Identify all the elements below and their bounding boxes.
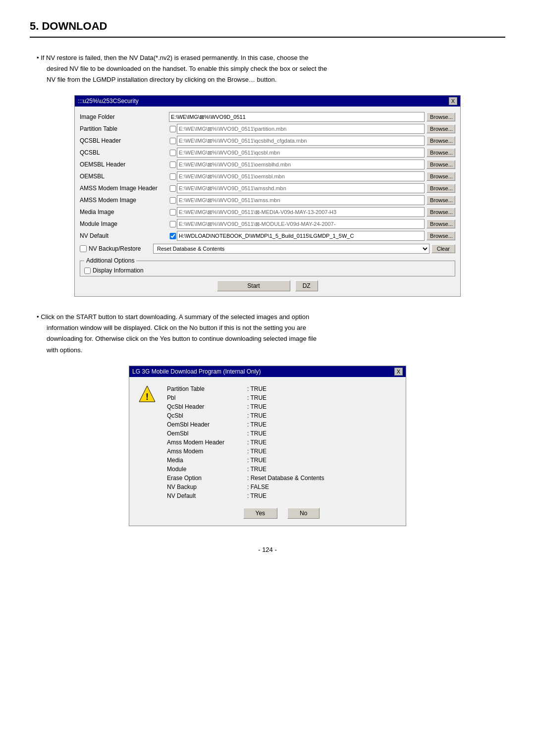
table-row: NV Default Browse... (80, 230, 455, 241)
checkbox-qcsbl-header[interactable] (169, 138, 177, 144)
value-qcsbl-header-d: : TRUE (246, 403, 397, 411)
checkbox-amss-modem-image[interactable] (169, 197, 177, 204)
browse-partition-table[interactable]: Browse... (427, 124, 455, 133)
path-amss-modem-image[interactable] (177, 195, 425, 205)
security-dialog-body: Image Folder Browse... Partition Table B… (75, 107, 460, 296)
checkbox-partition-table[interactable] (169, 126, 177, 132)
no-button[interactable]: No (287, 508, 320, 519)
clear-button[interactable]: Clear (431, 244, 455, 253)
page-number: - 124 - (30, 546, 505, 553)
path-amss-modem-header[interactable] (177, 183, 425, 193)
label-module-image: Module Image (80, 220, 169, 227)
label-qcsbl-header-d: QcSbl Header (166, 403, 245, 411)
table-row: NV Backup : FALSE (166, 483, 397, 491)
label-nv-backup-d: NV Backup (166, 483, 245, 491)
nv-backup-dropdown[interactable]: Reset Database & Contents (153, 244, 429, 254)
browse-module-image[interactable]: Browse... (427, 219, 455, 228)
browse-nv-default[interactable]: Browse... (427, 231, 455, 240)
table-row: OEMSBL Browse... (80, 171, 455, 182)
label-amss-modem-header: AMSS Modem Image Header (80, 185, 169, 192)
label-oemsbl-header-d: OemSbl Header (166, 421, 245, 429)
browse-amss-modem-image[interactable]: Browse... (427, 196, 455, 205)
browse-image-folder[interactable]: Browse... (427, 112, 455, 121)
path-partition-table[interactable] (177, 124, 425, 134)
para2-line1: • Click on the START button to start dow… (37, 313, 309, 321)
security-dialog-close[interactable]: X (449, 97, 457, 105)
browse-qcsbl-header[interactable]: Browse... (427, 136, 455, 145)
table-row: Media : TRUE (166, 456, 397, 464)
table-row: Image Folder Browse... (80, 111, 455, 122)
start-button[interactable]: Start (217, 280, 290, 291)
table-row: Partition Table Browse... (80, 123, 455, 134)
browse-oemsbl[interactable]: Browse... (427, 172, 455, 181)
browse-amss-modem-header[interactable]: Browse... (427, 184, 455, 193)
path-oemsbl-header[interactable] (177, 160, 425, 169)
svg-text:!: ! (146, 392, 149, 402)
download-dialog-close[interactable]: X (394, 368, 403, 376)
download-dialog-titlebar: LG 3G Mobile Download Program (Internal … (129, 366, 406, 377)
additional-options: Additional Options Display Information (80, 257, 455, 276)
checkbox-media-image[interactable] (169, 209, 177, 216)
dialog-bottom-buttons: Start DZ (80, 280, 455, 291)
warning-icon: ! (137, 384, 157, 404)
label-nv-default-d: NV Default (166, 492, 245, 500)
table-row: NV Default : TRUE (166, 492, 397, 500)
para2-line4: with options. (47, 346, 82, 354)
value-amss-modem-d: : TRUE (246, 447, 397, 455)
checkbox-qcsbl[interactable] (169, 150, 177, 156)
para2-line3: downloading for. Otherwise click on the … (47, 335, 317, 342)
path-qcsbl-header[interactable] (177, 136, 425, 146)
nv-backup-label: NV Backup/Restore (89, 245, 153, 252)
value-oemsbl-header-d: : TRUE (246, 421, 397, 429)
display-info-label: Display Information (93, 267, 144, 274)
table-row: OemSbl : TRUE (166, 430, 397, 437)
label-pbl: Pbl (166, 394, 245, 402)
path-module-image[interactable] (177, 219, 425, 229)
label-media-image: Media Image (80, 209, 169, 216)
download-dialog: LG 3G Mobile Download Program (Internal … (129, 366, 406, 526)
section-title: 5. DOWNLOAD (30, 20, 505, 38)
table-row: Pbl : TRUE (166, 394, 397, 402)
checkbox-nv-backup[interactable] (80, 245, 87, 252)
para1-line2: desired NV file to be downloaded on the … (47, 65, 327, 72)
table-row: QcSbl Header : TRUE (166, 403, 397, 411)
value-oemsbl-d: : TRUE (246, 430, 397, 437)
label-oemsbl-header: OEMSBL Header (80, 161, 169, 168)
path-qcsbl[interactable] (177, 148, 425, 158)
checkbox-oemsbl-header[interactable] (169, 162, 177, 168)
path-image-folder[interactable] (169, 112, 425, 122)
checkbox-oemsbl[interactable] (169, 173, 177, 180)
table-row: Media Image Browse... (80, 207, 455, 217)
browse-media-image[interactable]: Browse... (427, 208, 455, 216)
table-row: Amss Modem : TRUE (166, 447, 397, 455)
para2-line2: information window will be displayed. Cl… (47, 324, 306, 331)
checkbox-nv-default[interactable] (169, 233, 177, 239)
download-info-table: Partition Table : TRUE Pbl : TRUE QcSbl … (165, 384, 398, 501)
value-partition-table-d: : TRUE (246, 385, 397, 393)
checkbox-amss-modem-header[interactable] (169, 185, 177, 192)
paragraph1: • If NV restore is failed, then the NV D… (35, 53, 505, 85)
paragraph2: • Click on the START button to start dow… (35, 312, 505, 355)
path-oemsbl[interactable] (177, 171, 425, 181)
path-media-image[interactable] (177, 207, 425, 217)
nv-backup-row: NV Backup/Restore Reset Database & Conte… (80, 243, 455, 254)
value-media-d: : TRUE (246, 456, 397, 464)
additional-options-legend: Additional Options (84, 257, 136, 264)
path-nv-default[interactable] (177, 231, 425, 241)
table-row: OemSbl Header : TRUE (166, 421, 397, 429)
browse-oemsbl-header[interactable]: Browse... (427, 160, 455, 169)
download-dialog-content: Partition Table : TRUE Pbl : TRUE QcSbl … (165, 384, 398, 519)
table-row: Amss Modem Header : TRUE (166, 438, 397, 446)
table-row: Module Image Browse... (80, 218, 455, 229)
download-dialog-title: LG 3G Mobile Download Program (Internal … (132, 368, 261, 375)
browse-qcsbl[interactable]: Browse... (427, 148, 455, 157)
label-qcsbl-d: QcSbl (166, 412, 245, 420)
yes-button[interactable]: Yes (243, 508, 278, 519)
label-image-folder: Image Folder (80, 113, 169, 120)
dz-button[interactable]: DZ (295, 280, 318, 291)
label-module-d: Module (166, 465, 245, 473)
label-amss-modem-header-d: Amss Modem Header (166, 438, 245, 446)
checkbox-display-info[interactable] (84, 268, 91, 274)
label-qcsbl: QCSBL (80, 149, 169, 156)
checkbox-module-image[interactable] (169, 221, 177, 227)
